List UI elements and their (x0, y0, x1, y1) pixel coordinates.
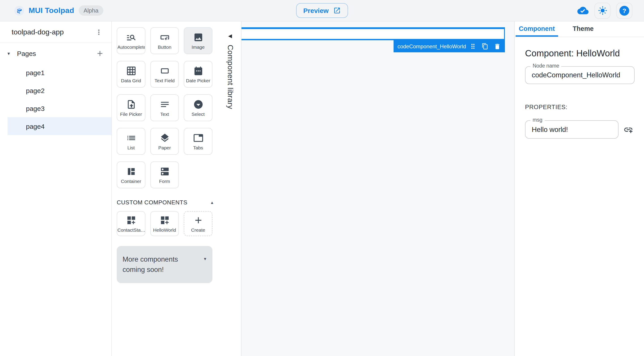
bind-property-button[interactable] (624, 124, 633, 134)
page-canvas[interactable]: codeComponent_HelloWorld (242, 22, 514, 356)
node-name-field-value: codeComponent_HelloWorld (526, 71, 626, 79)
component-tile[interactable]: Data Grid (117, 61, 145, 88)
preview-button[interactable]: Preview (296, 3, 348, 18)
brand-group: MUI Toolpad Alpha (14, 5, 103, 16)
help-button[interactable] (616, 2, 632, 18)
component-tile-label: Paper (158, 145, 171, 150)
selected-component-outline[interactable] (242, 27, 505, 40)
component-tile[interactable]: Date Picker (184, 61, 212, 88)
select-icon (193, 99, 203, 109)
component-grid: Autocomplete Button Image Data Grid Text… (117, 27, 219, 188)
component-tile[interactable]: Autocomplete (117, 27, 145, 54)
selected-node-name: codeComponent_HelloWorld (398, 43, 466, 50)
cloud-done-icon (577, 5, 588, 16)
library-rail: Component library (219, 22, 242, 356)
library-rail-title: Component library (226, 45, 234, 109)
collapse-library-button[interactable] (228, 33, 232, 39)
component-tile-label: Text (160, 111, 169, 116)
kebab-menu-icon (95, 28, 103, 36)
home-link[interactable] (14, 6, 24, 16)
component-tile[interactable]: Container (117, 162, 145, 188)
component-library-panel: Autocomplete Button Image Data Grid Text… (112, 22, 219, 356)
main-area: toolpad-dog-app Pages page1page2pa (0, 22, 644, 356)
project-header: toolpad-dog-app (0, 22, 111, 43)
component-tile-label: Text Field (154, 78, 175, 83)
property-fields: msg Hello world! (525, 120, 634, 139)
sidebar-page-item[interactable]: page1 (0, 64, 111, 82)
paper-icon (160, 132, 170, 143)
component-tile-label: Create (191, 227, 205, 232)
file-picker-icon (126, 99, 136, 109)
sidebar-page-item[interactable]: page3 (0, 99, 111, 117)
tab-component[interactable]: Component (516, 22, 558, 37)
app-title: MUI Toolpad (28, 6, 74, 15)
component-tile-label: List (128, 145, 135, 150)
button-icon (160, 32, 170, 42)
duplicate-node-button[interactable] (482, 43, 488, 50)
inspector-panel: Component Theme Component: HelloWorld No… (514, 22, 644, 356)
component-tile-label: Date Picker (186, 78, 210, 83)
topbar-actions (577, 2, 632, 18)
custom-component-tile[interactable]: ContactSta… (117, 211, 145, 236)
custom-component-tile[interactable]: Create (184, 211, 212, 236)
more-components-text: More components coming soon! (122, 254, 200, 275)
component-tile[interactable]: Image (184, 27, 212, 54)
text-field-icon (160, 66, 170, 76)
more-components-banner[interactable]: More components coming soon! (117, 246, 212, 283)
component-tile-label: Autocomplete (118, 44, 145, 50)
add-page-button[interactable] (96, 49, 104, 58)
delete-node-button[interactable] (494, 43, 501, 50)
open-in-new-icon (333, 7, 341, 14)
inspector-content: Component: HelloWorld Node name codeComp… (515, 48, 644, 139)
project-menu-button[interactable] (94, 27, 104, 37)
light-mode-icon (598, 6, 607, 15)
component-tile[interactable]: Text Field (150, 61, 179, 88)
custom-component-tile[interactable]: HelloWorld (150, 211, 179, 236)
preview-button-label: Preview (303, 7, 328, 14)
list-icon (126, 132, 136, 143)
component-tile[interactable]: List (117, 128, 145, 155)
sidebar-page-item[interactable]: page4 (0, 117, 111, 135)
form-icon (160, 166, 170, 176)
component-tile[interactable]: Tabs (184, 128, 212, 155)
component-tile[interactable]: Button (150, 27, 179, 54)
custom-component-icon (126, 215, 136, 225)
add-link-icon (624, 124, 633, 134)
custom-component-icon (160, 215, 170, 225)
collapse-caret-icon[interactable] (7, 51, 12, 56)
theme-toggle-button[interactable] (594, 2, 610, 18)
component-tile-label: File Picker (120, 111, 142, 116)
mui-logo-icon (16, 7, 23, 14)
component-tile-label: HelloWorld (153, 227, 176, 232)
custom-components-header: CUSTOM COMPONENTS (117, 199, 219, 206)
text-icon (160, 99, 170, 109)
drag-handle[interactable] (469, 42, 477, 50)
property-input[interactable]: msg Hello world! (525, 120, 618, 139)
pages-section-header[interactable]: Pages (0, 43, 111, 64)
project-name: toolpad-dog-app (12, 28, 64, 36)
component-tile[interactable]: Select (184, 94, 212, 121)
top-app-bar: MUI Toolpad Alpha Preview (0, 0, 644, 22)
component-tile[interactable]: Form (150, 162, 179, 188)
node-name-field[interactable]: Node name codeComponent_HelloWorld (525, 66, 634, 84)
properties-section-label: PROPERTIES: (525, 104, 634, 110)
plus-icon (96, 49, 104, 58)
sidebar-page-item[interactable]: page2 (0, 82, 111, 99)
tab-theme[interactable]: Theme (570, 22, 597, 37)
component-tile[interactable]: Text (150, 94, 179, 121)
alpha-badge: Alpha (79, 5, 104, 16)
component-tile[interactable]: Paper (150, 128, 179, 155)
trash-icon (494, 43, 501, 50)
custom-component-grid: ContactSta… HelloWorld Create (117, 211, 219, 236)
image-icon (193, 32, 203, 42)
sync-status (577, 5, 588, 16)
component-tile[interactable]: File Picker (117, 94, 145, 121)
autocomplete-icon (126, 32, 136, 42)
help-icon (620, 6, 629, 16)
pages-section-label: Pages (17, 50, 36, 57)
mui-toolpad-window: MUI Toolpad Alpha Preview (0, 0, 644, 356)
component-tile-label: ContactSta… (118, 227, 145, 232)
property-row: msg Hello world! (525, 120, 634, 139)
drag-indicator-icon (469, 42, 477, 50)
collapse-up-icon[interactable] (210, 200, 214, 204)
